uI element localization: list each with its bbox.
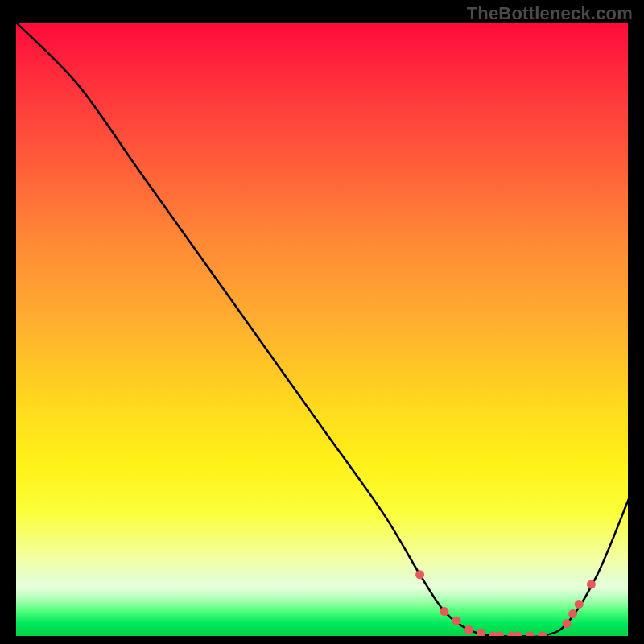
curve-point — [477, 629, 485, 636]
highlighted-points — [415, 570, 596, 636]
curve-point — [538, 632, 547, 637]
curve-point — [575, 600, 584, 609]
plot-area — [16, 23, 628, 636]
curve-point — [464, 625, 473, 634]
curve-point — [440, 607, 449, 616]
watermark-text: TheBottleneck.com — [467, 3, 633, 24]
chart-frame: TheBottleneck.com — [0, 0, 644, 644]
curve-point — [568, 609, 577, 618]
bottleneck-curve-path — [16, 23, 628, 636]
curve-point — [495, 632, 504, 637]
curve-point — [563, 619, 572, 628]
curve-point — [587, 580, 596, 588]
curve-layer — [16, 23, 628, 636]
curve-point — [514, 632, 522, 637]
curve-point — [526, 632, 535, 637]
curve-point — [452, 616, 461, 625]
curve-point — [415, 570, 424, 579]
